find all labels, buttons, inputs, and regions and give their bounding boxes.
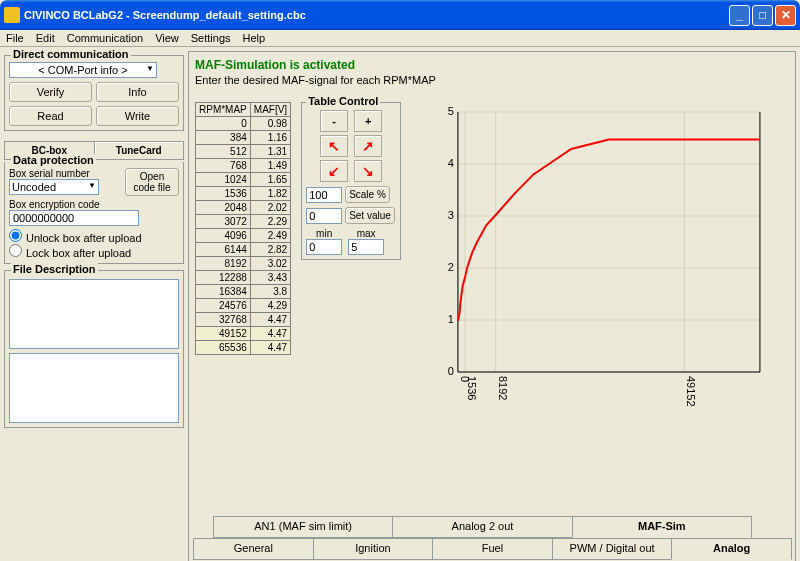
table-row[interactable]: 327684.47 (196, 313, 291, 327)
menu-communication[interactable]: Communication (67, 32, 143, 44)
maf-subtitle: Enter the desired MAF-signal for each RP… (195, 74, 789, 86)
arrow-down-right-icon: ↘ (362, 163, 374, 179)
tab-an1-maf-sim-limit-[interactable]: AN1 (MAF sim limit) (213, 516, 393, 538)
minimize-button[interactable]: _ (729, 5, 750, 26)
down-left-arrow-button[interactable]: ↙ (320, 160, 348, 182)
tc-title: Table Control (306, 95, 380, 107)
com-port-combo[interactable]: < COM-Port info > (9, 62, 157, 78)
svg-text:3: 3 (448, 209, 454, 221)
verify-button[interactable]: Verify (9, 82, 92, 102)
file-desc-box-2[interactable] (9, 353, 179, 423)
file-description-group: File Description (4, 270, 184, 428)
max-input[interactable] (348, 239, 384, 255)
menu-file[interactable]: File (6, 32, 24, 44)
table-row[interactable]: 491524.47 (196, 327, 291, 341)
lock-label: Lock box after upload (26, 247, 131, 259)
menubar: FileEditCommunicationViewSettingsHelp (0, 30, 800, 47)
serial-label: Box serial number (9, 168, 123, 179)
table-row[interactable]: 7681.49 (196, 159, 291, 173)
unlock-label: Unlock box after upload (26, 232, 142, 244)
plus-button[interactable]: + (354, 110, 382, 132)
tab-tunecard[interactable]: TuneCard (94, 141, 185, 160)
enc-label: Box encryption code (9, 199, 179, 210)
table-row[interactable]: 655364.47 (196, 341, 291, 355)
menu-view[interactable]: View (155, 32, 179, 44)
min-input[interactable] (306, 239, 342, 255)
tab-analog[interactable]: Analog (671, 538, 792, 560)
table-row[interactable]: 81923.02 (196, 257, 291, 271)
data-protection-group: Data protection Box serial number Uncode… (4, 162, 184, 264)
serial-combo[interactable]: Uncoded (9, 179, 99, 195)
file-desc-box-1[interactable] (9, 279, 179, 349)
table-row[interactable]: 122883.43 (196, 271, 291, 285)
menu-help[interactable]: Help (243, 32, 266, 44)
arrow-up-right-icon: ↗ (362, 138, 374, 154)
table-row[interactable]: 245764.29 (196, 299, 291, 313)
arrow-up-left-icon: ↖ (328, 138, 340, 154)
setvalue-button[interactable]: Set value (345, 207, 395, 224)
table-row[interactable]: 3841.16 (196, 131, 291, 145)
scale-input[interactable] (306, 187, 342, 203)
tab-maf-sim[interactable]: MAF-Sim (572, 516, 752, 538)
window-title: CIVINCO BCLabG2 - Screendump_default_set… (24, 9, 729, 21)
tab-ignition[interactable]: Ignition (313, 538, 434, 560)
table-row[interactable]: 15361.82 (196, 187, 291, 201)
table-row[interactable]: 20482.02 (196, 201, 291, 215)
write-button[interactable]: Write (96, 106, 179, 126)
maf-chart: 01234501536819249152 (411, 102, 789, 412)
tab-fuel[interactable]: Fuel (432, 538, 553, 560)
read-button[interactable]: Read (9, 106, 92, 126)
maximize-button[interactable]: □ (752, 5, 773, 26)
svg-text:8192: 8192 (497, 376, 509, 400)
table-control-group: Table Control - + ↖ ↗ ↙ ↘ Scale % (301, 102, 401, 260)
tab-analog-2-out[interactable]: Analog 2 out (392, 516, 572, 538)
svg-text:1: 1 (448, 313, 454, 325)
maf-title: MAF-Simulation is activated (195, 58, 789, 72)
up-right-arrow-button[interactable]: ↗ (354, 135, 382, 157)
dp-title: Data protection (11, 154, 96, 166)
window-titlebar: CIVINCO BCLabG2 - Screendump_default_set… (0, 0, 800, 30)
unlock-radio[interactable] (9, 229, 22, 242)
down-right-arrow-button[interactable]: ↘ (354, 160, 382, 182)
col-rpmmap: RPM*MAP (196, 103, 251, 117)
maf-table[interactable]: RPM*MAPMAF[V] 00.983841.165121.317681.49… (195, 102, 291, 355)
file-desc-title: File Description (11, 263, 98, 275)
direct-communication-group: Direct communication < COM-Port info > V… (4, 55, 184, 131)
table-row[interactable]: 40962.49 (196, 229, 291, 243)
dc-title: Direct communication (11, 48, 131, 60)
app-icon (4, 7, 20, 23)
svg-text:49152: 49152 (686, 376, 698, 407)
table-row[interactable]: 00.98 (196, 117, 291, 131)
menu-edit[interactable]: Edit (36, 32, 55, 44)
open-code-file-button[interactable]: Open code file (125, 168, 179, 196)
menu-settings[interactable]: Settings (191, 32, 231, 44)
table-row[interactable]: 5121.31 (196, 145, 291, 159)
svg-text:1536: 1536 (466, 376, 478, 400)
svg-text:2: 2 (448, 261, 454, 273)
minus-button[interactable]: - (320, 110, 348, 132)
close-button[interactable]: ✕ (775, 5, 796, 26)
arrow-down-left-icon: ↙ (328, 163, 340, 179)
svg-text:5: 5 (448, 105, 454, 117)
setvalue-input[interactable] (306, 208, 342, 224)
table-row[interactable]: 10241.65 (196, 173, 291, 187)
svg-text:4: 4 (448, 157, 454, 169)
encryption-code-input[interactable] (9, 210, 139, 226)
tab-general[interactable]: General (193, 538, 314, 560)
table-row[interactable]: 61442.82 (196, 243, 291, 257)
col-mafv: MAF[V] (250, 103, 290, 117)
tab-pwm-digital-out[interactable]: PWM / Digital out (552, 538, 673, 560)
table-row[interactable]: 30722.29 (196, 215, 291, 229)
scale-button[interactable]: Scale % (345, 186, 390, 203)
lock-radio[interactable] (9, 244, 22, 257)
max-label: max (357, 228, 376, 239)
svg-text:0: 0 (448, 365, 454, 377)
info-button[interactable]: Info (96, 82, 179, 102)
table-row[interactable]: 163843.8 (196, 285, 291, 299)
up-left-arrow-button[interactable]: ↖ (320, 135, 348, 157)
min-label: min (316, 228, 332, 239)
